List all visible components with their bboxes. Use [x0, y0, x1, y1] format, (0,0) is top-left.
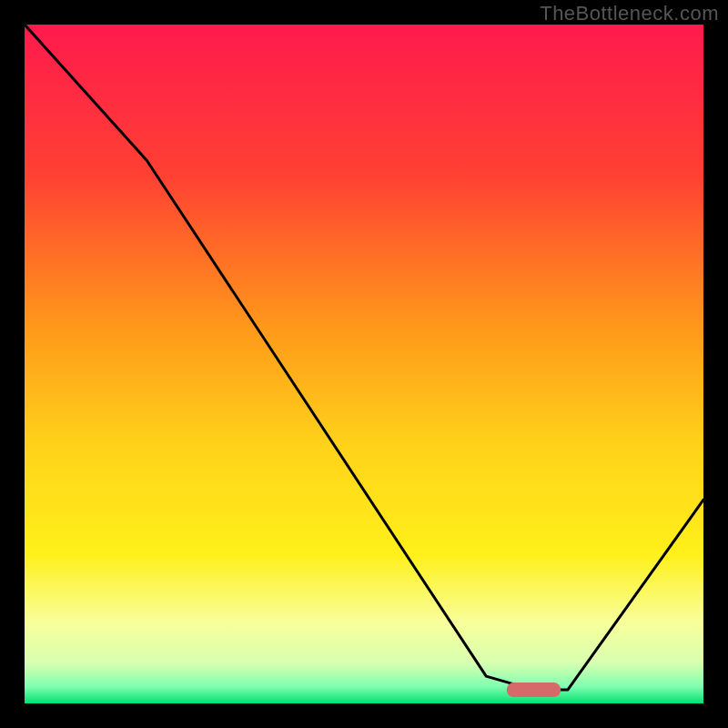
watermark-text: TheBottleneck.com [540, 2, 719, 25]
chart-svg [25, 25, 703, 703]
optimum-marker [507, 682, 561, 697]
gradient-background [25, 25, 703, 703]
chart-container: TheBottleneck.com [0, 0, 728, 728]
plot-area [25, 25, 703, 703]
